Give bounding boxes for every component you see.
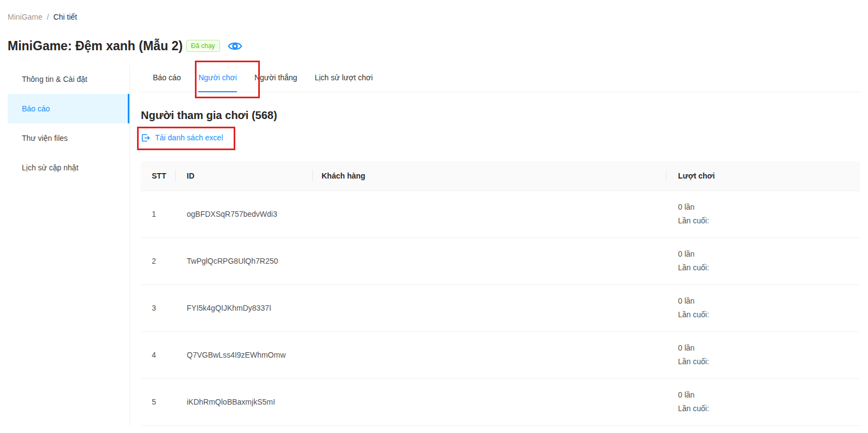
- breadcrumb-item-minigame[interactable]: MiniGame: [8, 13, 43, 21]
- cell-plays: 0 lần Lần cuối:: [667, 388, 860, 416]
- cell-id: FYI5k4gQIJKhmDy8337I: [176, 304, 313, 312]
- cell-id: Q7VGBwLss4I9zEWhmOmw: [176, 351, 313, 359]
- plays-count: 0 lần: [678, 388, 860, 402]
- main-panel: Báo cáo Người chơi Người thắng Lịch sử l…: [130, 64, 868, 426]
- page-title: MiniGame: Đệm xanh (Mẫu 2): [8, 37, 183, 55]
- plays-count: 0 lần: [678, 341, 860, 355]
- last-play-label: Lần cuối:: [678, 402, 860, 416]
- table-row: 5 iKDhRmQloBBaxmjkS5mI 0 lần Lần cuối:: [141, 379, 860, 426]
- last-play-label: Lần cuối:: [678, 308, 860, 322]
- column-header-luot-choi: Lượt chơi: [667, 171, 860, 180]
- last-play-label: Lần cuối:: [678, 214, 860, 228]
- cell-id: TwPglQcRPG8UlQh7R250: [176, 257, 313, 265]
- minigame-detail-page: MiniGame/Chi tiết MiniGame: Đệm xanh (Mẫ…: [0, 0, 868, 433]
- sidebar-item-thu-vien-files[interactable]: Thư viện files: [8, 123, 129, 153]
- page-title-row: MiniGame: Đệm xanh (Mẫu 2) Đã chạy: [8, 37, 868, 55]
- players-table: STT ID Khách hàng Lượt chơi 1 ogBFDXSqR7…: [141, 161, 860, 426]
- table-row: 2 TwPglQcRPG8UlQh7R250 0 lần Lần cuối:: [141, 238, 860, 285]
- sidebar-item-bao-cao[interactable]: Báo cáo: [8, 94, 129, 123]
- last-play-label: Lần cuối:: [678, 355, 860, 369]
- table-row: 3 FYI5k4gQIJKhmDy8337I 0 lần Lần cuối:: [141, 285, 860, 332]
- status-badge: Đã chạy: [186, 40, 220, 52]
- plays-count: 0 lần: [678, 294, 860, 308]
- cell-plays: 0 lần Lần cuối:: [667, 294, 860, 322]
- cell-stt: 5: [141, 398, 176, 406]
- table-row: 4 Q7VGBwLss4I9zEWhmOmw 0 lần Lần cuối:: [141, 332, 860, 379]
- last-play-label: Lần cuối:: [678, 261, 860, 275]
- tab-nguoi-thang[interactable]: Người thắng: [254, 64, 297, 92]
- cell-stt: 4: [141, 351, 176, 359]
- content-layout: Thông tin & Cài đặt Báo cáo Thư viện fil…: [0, 64, 868, 426]
- cell-stt: 2: [141, 257, 176, 265]
- export-link-label: Tải danh sách excel: [155, 132, 223, 144]
- cell-stt: 3: [141, 304, 176, 312]
- column-header-khach-hang: Khách hàng: [313, 171, 667, 180]
- plays-count: 0 lần: [678, 247, 860, 261]
- sidebar-item-thong-tin-cai-dat[interactable]: Thông tin & Cài đặt: [8, 64, 129, 94]
- cell-plays: 0 lần Lần cuối:: [667, 341, 860, 369]
- tab-bar: Báo cáo Người chơi Người thắng Lịch sử l…: [141, 64, 861, 92]
- tab-nguoi-choi[interactable]: Người chơi: [198, 64, 237, 92]
- cell-id: ogBFDXSqR757bedvWdi3: [176, 210, 313, 218]
- section-title: Người tham gia chơi (568): [141, 108, 868, 123]
- breadcrumb-item-current: Chi tiết: [53, 13, 78, 21]
- table-row: 1 ogBFDXSqR757bedvWdi3 0 lần Lần cuối:: [141, 191, 860, 238]
- export-icon: [141, 133, 150, 143]
- cell-plays: 0 lần Lần cuối:: [667, 200, 860, 228]
- cell-stt: 1: [141, 210, 176, 218]
- column-header-stt: STT: [141, 171, 176, 180]
- tab-lich-su-luot-choi[interactable]: Lịch sử lượt chơi: [314, 64, 372, 92]
- table-header-row: STT ID Khách hàng Lượt chơi: [141, 161, 860, 191]
- breadcrumb-separator: /: [47, 13, 49, 21]
- column-header-id: ID: [176, 171, 313, 180]
- eye-icon[interactable]: [228, 40, 242, 52]
- tab-bao-cao[interactable]: Báo cáo: [153, 64, 181, 92]
- cell-plays: 0 lần Lần cuối:: [667, 247, 860, 275]
- breadcrumb: MiniGame/Chi tiết: [0, 0, 868, 23]
- plays-count: 0 lần: [678, 200, 860, 214]
- sidebar: Thông tin & Cài đặt Báo cáo Thư viện fil…: [0, 64, 130, 426]
- sidebar-item-lich-su-cap-nhat[interactable]: Lịch sử cập nhật: [8, 153, 129, 182]
- cell-id: iKDhRmQloBBaxmjkS5mI: [176, 398, 313, 406]
- export-excel-link[interactable]: Tải danh sách excel: [141, 132, 223, 144]
